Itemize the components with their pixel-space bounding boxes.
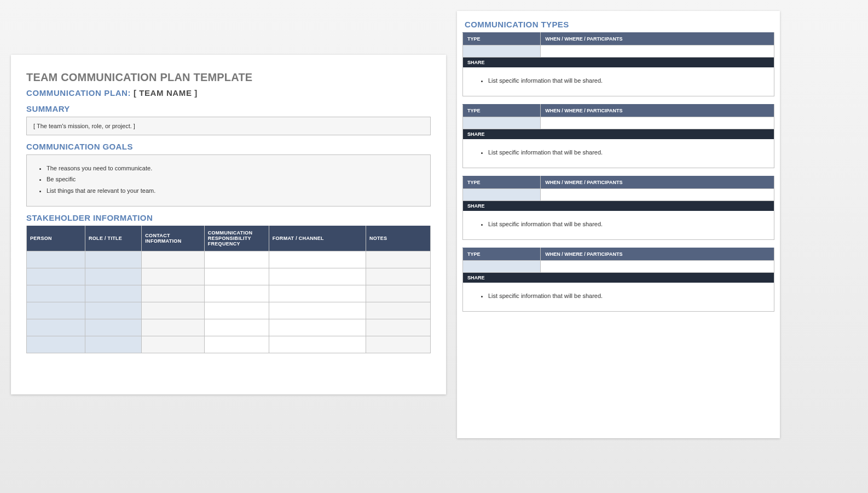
page-2: COMMUNICATION TYPES TYPEWHEN / WHERE / P… [457,11,780,438]
table-cell [142,336,204,353]
table-cell [85,336,142,353]
col-role: ROLE / TITLE [85,226,142,251]
share-body: List specific information that will be s… [462,67,774,96]
col-type: TYPE [463,105,541,117]
comm-types-heading: COMMUNICATION TYPES [465,20,774,29]
table-cell [366,319,430,336]
table-cell [204,336,269,353]
table-row [27,268,431,285]
wwp-cell [541,189,774,201]
comm-type-block: TYPEWHEN / WHERE / PARTICIPANTSSHAREList… [462,32,774,96]
table-cell [269,251,366,268]
summary-box: [ The team's mission, role, or project. … [26,117,431,135]
col-wwp: WHEN / WHERE / PARTICIPANTS [541,105,774,117]
col-type: TYPE [463,248,541,261]
col-person: PERSON [27,226,85,251]
type-cell [463,45,541,58]
table-cell [27,251,85,268]
table-row [27,319,431,336]
table-cell [85,251,142,268]
subtitle-prefix: COMMUNICATION PLAN: [26,88,131,98]
table-cell [269,268,366,285]
goal-item: Be specific [47,174,423,185]
table-cell [85,319,142,336]
share-item: List specific information that will be s… [488,221,766,227]
share-item: List specific information that will be s… [488,293,766,299]
comm-type-header-table: TYPEWHEN / WHERE / PARTICIPANTS [462,248,774,273]
table-cell [204,285,269,302]
col-format: FORMAT / CHANNEL [269,226,366,251]
share-item: List specific information that will be s… [488,149,766,156]
stakeholder-header-row: PERSON ROLE / TITLE CONTACT INFORMATION … [27,226,431,251]
goals-heading: COMMUNICATION GOALS [26,142,431,151]
share-body: List specific information that will be s… [462,283,774,312]
table-cell [142,251,204,268]
stakeholder-heading: STAKEHOLDER INFORMATION [26,213,431,222]
table-cell [269,336,366,353]
share-item: List specific information that will be s… [488,77,766,84]
template-title: TEAM COMMUNICATION PLAN TEMPLATE [26,71,431,84]
summary-heading: SUMMARY [26,104,431,113]
goal-item: List things that are relevant to your te… [47,185,423,196]
col-type: TYPE [463,176,541,189]
table-cell [204,302,269,319]
table-row [27,302,431,319]
table-cell [366,251,430,268]
table-cell [142,268,204,285]
table-cell [204,251,269,268]
table-cell [269,302,366,319]
table-cell [269,285,366,302]
table-cell [27,336,85,353]
type-cell [463,117,541,129]
table-cell [204,268,269,285]
table-cell [27,268,85,285]
table-cell [85,268,142,285]
col-wwp: WHEN / WHERE / PARTICIPANTS [541,176,774,189]
table-cell [142,319,204,336]
col-wwp: WHEN / WHERE / PARTICIPANTS [541,33,774,45]
share-body: List specific information that will be s… [462,139,774,168]
table-cell [366,302,430,319]
table-cell [27,302,85,319]
col-wwp: WHEN / WHERE / PARTICIPANTS [541,248,774,261]
col-contact: CONTACT INFORMATION [142,226,204,251]
table-cell [85,302,142,319]
comm-type-header-table: TYPEWHEN / WHERE / PARTICIPANTS [462,32,774,58]
table-cell [142,302,204,319]
table-cell [366,285,430,302]
share-label: SHARE [462,201,774,211]
table-cell [85,285,142,302]
share-label: SHARE [462,129,774,139]
goal-item: The reasons you need to communicate. [47,163,423,174]
table-cell [269,319,366,336]
table-cell [366,336,430,353]
share-label: SHARE [462,273,774,283]
table-row [27,336,431,353]
type-cell [463,261,541,273]
col-notes: NOTES [366,226,430,251]
plan-subtitle: COMMUNICATION PLAN: [ TEAM NAME ] [26,88,431,98]
table-cell [204,319,269,336]
comm-type-header-table: TYPEWHEN / WHERE / PARTICIPANTS [462,176,774,201]
col-type: TYPE [463,33,541,45]
comm-type-block: TYPEWHEN / WHERE / PARTICIPANTSSHAREList… [462,248,774,312]
team-name-placeholder: [ TEAM NAME ] [134,88,198,98]
table-row [27,251,431,268]
comm-type-block: TYPEWHEN / WHERE / PARTICIPANTSSHAREList… [462,104,774,168]
stakeholder-table: PERSON ROLE / TITLE CONTACT INFORMATION … [26,226,431,353]
table-cell [27,285,85,302]
wwp-cell [541,261,774,273]
goals-list: The reasons you need to communicate. Be … [26,154,431,207]
type-cell [463,189,541,201]
table-cell [366,268,430,285]
wwp-cell [541,117,774,129]
comm-type-header-table: TYPEWHEN / WHERE / PARTICIPANTS [462,104,774,129]
table-cell [27,319,85,336]
col-freq: COMMUNICATION RESPONSIBILITY FREQUENCY [204,226,269,251]
table-cell [142,285,204,302]
table-row [27,285,431,302]
share-body: List specific information that will be s… [462,211,774,240]
page-1: TEAM COMMUNICATION PLAN TEMPLATE COMMUNI… [11,55,446,394]
share-label: SHARE [462,58,774,67]
comm-type-block: TYPEWHEN / WHERE / PARTICIPANTSSHAREList… [462,176,774,240]
